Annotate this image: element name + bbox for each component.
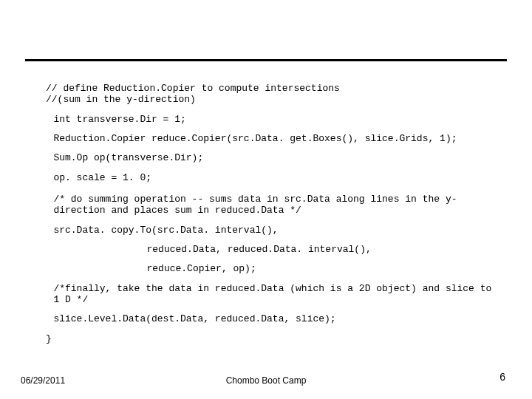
code-line: /*finally, take the data in reduced.Data…	[46, 283, 494, 306]
slide: // define Reduction.Copier to compute in…	[0, 0, 532, 399]
code-line: reduce.Copier, op);	[46, 263, 494, 274]
code-line: }	[46, 333, 494, 344]
footer-title: Chombo Boot Camp	[0, 375, 532, 386]
code-line: Reduction.Copier reduce.Copier(src.Data.…	[46, 133, 494, 144]
code-line: slice.Level.Data(dest.Data, reduced.Data…	[46, 313, 494, 324]
code-line: reduced.Data, reduced.Data. interval(),	[46, 244, 494, 255]
code-block: // define Reduction.Copier to compute in…	[46, 83, 494, 352]
horizontal-rule	[25, 59, 507, 61]
footer-page-number: 6	[499, 371, 505, 383]
code-line: //(sum in the y-direction)	[46, 94, 494, 105]
code-line: int transverse.Dir = 1;	[46, 114, 494, 125]
code-line: Sum.Op op(transverse.Dir);	[46, 152, 494, 163]
code-line: src.Data. copy.To(src.Data. interval(),	[46, 225, 494, 236]
code-line: // define Reduction.Copier to compute in…	[46, 83, 494, 94]
code-line: /* do summing operation -- sums data in …	[46, 194, 494, 216]
code-line: op. scale = 1. 0;	[46, 172, 494, 183]
